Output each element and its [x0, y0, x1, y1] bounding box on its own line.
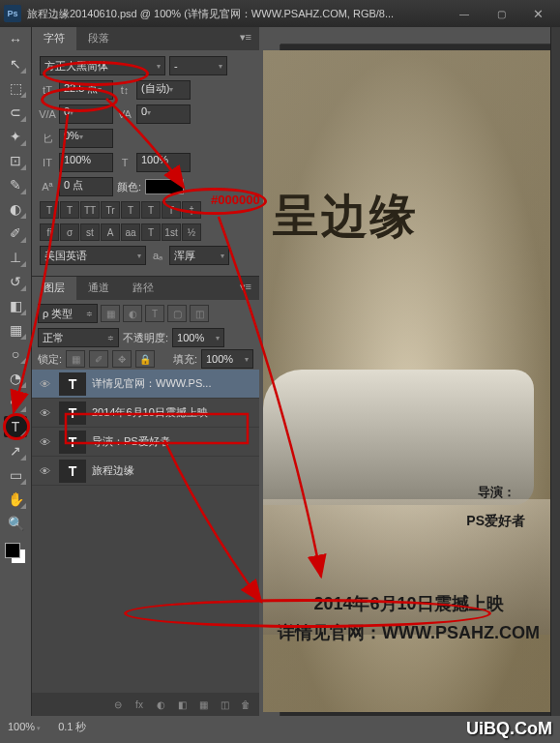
- tab-character[interactable]: 字符: [32, 27, 76, 50]
- lasso-tool[interactable]: ⊂: [4, 102, 27, 123]
- lock-pos-icon[interactable]: ✥: [112, 350, 132, 368]
- ligatures[interactable]: fi: [40, 223, 59, 241]
- layer-list: 👁 T 详情见官网：WWW.PS... 👁 T 2014年6月10日震撼上映 👁…: [32, 370, 259, 693]
- layer-row[interactable]: 👁 T 旅程边缘: [32, 457, 259, 486]
- discretionary-lig[interactable]: st: [80, 223, 100, 241]
- ruler-horizontal[interactable]: [280, 27, 560, 45]
- lock-pixel-icon[interactable]: ✐: [89, 350, 108, 368]
- close-button[interactable]: ✕: [519, 4, 556, 23]
- watermark: UiBQ.CoM: [466, 719, 552, 739]
- small-caps[interactable]: Tr: [101, 201, 120, 219]
- ordinals[interactable]: 1st: [162, 223, 181, 241]
- superscript[interactable]: T: [121, 201, 140, 219]
- filter-pixel-icon[interactable]: ▦: [101, 305, 120, 322]
- new-layer-icon[interactable]: ◫: [215, 697, 234, 712]
- arrange-icon[interactable]: ↔: [4, 29, 27, 50]
- panel-menu-icon[interactable]: ▾≡: [232, 27, 259, 50]
- spot-heal-tool[interactable]: ◐: [4, 198, 27, 220]
- layer-row[interactable]: 👁 T 2014年6月10日震撼上映: [32, 399, 259, 428]
- faux-italic[interactable]: T: [60, 201, 79, 219]
- font-style-select[interactable]: -▾: [169, 56, 227, 75]
- maximize-button[interactable]: ▢: [483, 4, 519, 23]
- titling-alt[interactable]: T: [141, 223, 161, 241]
- visibility-icon[interactable]: 👁: [36, 407, 53, 419]
- color-label: 颜色:: [117, 180, 141, 194]
- move-tool[interactable]: ↖: [4, 53, 27, 74]
- tab-paragraph[interactable]: 段落: [76, 27, 121, 50]
- shape-tool[interactable]: ▭: [4, 464, 27, 486]
- color-swatches[interactable]: [3, 541, 28, 566]
- character-panel: 方正大黑简体▾ -▾ tT 22.5 点▾ t↕ (自动)▾ V/A 0▾ VA…: [32, 50, 259, 276]
- layer-name[interactable]: 2014年6月10日震撼上映: [92, 405, 208, 420]
- annotation-font-ellipse: [43, 61, 149, 86]
- eraser-tool[interactable]: ◧: [4, 295, 27, 316]
- delete-layer-icon[interactable]: 🗑: [236, 697, 255, 712]
- filter-adjust-icon[interactable]: ◐: [123, 305, 142, 322]
- filter-kind-select[interactable]: ρ 类型≑: [38, 304, 98, 323]
- layer-name[interactable]: 导演：PS爱好者: [92, 434, 170, 449]
- zoom-level[interactable]: 100%▾: [8, 721, 41, 732]
- layer-row[interactable]: 👁 T 导演：PS爱好者: [32, 428, 259, 457]
- filter-smart-icon[interactable]: ◫: [190, 305, 209, 322]
- stylistic-alt[interactable]: aa: [121, 223, 140, 241]
- tab-layers[interactable]: 图层: [32, 277, 76, 300]
- layer-name[interactable]: 详情见官网：WWW.PS...: [92, 376, 211, 391]
- adjust-icon[interactable]: ◧: [172, 697, 192, 712]
- hand-tool[interactable]: ✋: [4, 489, 27, 510]
- fractions[interactable]: ½: [182, 223, 201, 241]
- subscript[interactable]: T: [141, 201, 161, 219]
- blend-mode-select[interactable]: 正常≑: [38, 328, 119, 347]
- opacity-label: 不透明度:: [123, 331, 168, 345]
- marquee-tool[interactable]: ⬚: [4, 77, 27, 99]
- lock-all-icon[interactable]: 🔒: [135, 350, 155, 368]
- filter-type-icon[interactable]: T: [145, 305, 164, 322]
- lock-trans-icon[interactable]: ▦: [66, 350, 85, 368]
- all-caps[interactable]: TT: [80, 201, 100, 219]
- brush-tool[interactable]: ✐: [4, 223, 27, 244]
- layer-row[interactable]: 👁 T 详情见官网：WWW.PS...: [32, 370, 259, 399]
- mask-icon[interactable]: ◐: [151, 697, 170, 712]
- visibility-icon[interactable]: 👁: [36, 436, 53, 448]
- dodge-tool[interactable]: ◔: [4, 368, 27, 389]
- opacity-input[interactable]: 100%▾: [172, 328, 224, 347]
- stamp-tool[interactable]: ⊥: [4, 247, 27, 268]
- layer-thumb-type: T: [59, 401, 86, 425]
- layers-panel: 图层 通道 路径 ▾≡ ρ 类型≑ ▦ ◐ T ▢ ◫ 正常≑ 不透明度: 10…: [32, 276, 259, 716]
- link-layers-icon[interactable]: ⊖: [108, 697, 128, 712]
- visibility-icon[interactable]: 👁: [36, 465, 53, 477]
- baseline-input[interactable]: 0 点: [59, 177, 113, 196]
- collapsed-panels[interactable]: [550, 27, 560, 716]
- tracking-input[interactable]: 0▾: [136, 104, 191, 124]
- layer-name[interactable]: 旅程边缘: [92, 463, 134, 478]
- fx-icon[interactable]: fx: [130, 697, 149, 712]
- antialiasing-select[interactable]: 浑厚▾: [169, 246, 229, 265]
- eyedropper-tool[interactable]: ✎: [4, 174, 27, 195]
- path-select-tool[interactable]: ↗: [4, 440, 27, 461]
- blur-tool[interactable]: ○: [4, 343, 27, 365]
- tsume-input[interactable]: 0%▾: [59, 129, 113, 148]
- wand-tool[interactable]: ✦: [4, 126, 27, 147]
- hscale-input[interactable]: 100%: [136, 153, 191, 172]
- zoom-tool[interactable]: 🔍: [4, 513, 27, 534]
- layers-menu-icon[interactable]: ▾≡: [232, 277, 259, 300]
- language-select[interactable]: 美国英语▾: [40, 246, 146, 265]
- aa-icon: aₐ: [150, 250, 165, 262]
- crop-tool[interactable]: ⊡: [4, 150, 27, 171]
- annotation-color-value: #000000: [211, 193, 260, 207]
- gradient-tool[interactable]: ▦: [4, 319, 27, 341]
- foreground-color[interactable]: [5, 543, 20, 558]
- history-brush-tool[interactable]: ↺: [4, 271, 27, 292]
- faux-bold[interactable]: T: [40, 201, 59, 219]
- filter-shape-icon[interactable]: ▢: [167, 305, 187, 322]
- visibility-icon[interactable]: 👁: [36, 378, 53, 390]
- leading-input[interactable]: (自动)▾: [136, 80, 191, 100]
- minimize-button[interactable]: —: [446, 4, 483, 23]
- swash[interactable]: A: [101, 223, 120, 241]
- contextual-alt[interactable]: σ: [60, 223, 79, 241]
- tab-paths[interactable]: 路径: [121, 277, 165, 300]
- fill-input[interactable]: 100%▾: [201, 349, 253, 369]
- vscale-input[interactable]: 100%: [59, 153, 113, 172]
- group-icon[interactable]: ▦: [193, 697, 213, 712]
- tab-channels[interactable]: 通道: [76, 277, 121, 300]
- pen-tool[interactable]: ✒: [4, 392, 27, 413]
